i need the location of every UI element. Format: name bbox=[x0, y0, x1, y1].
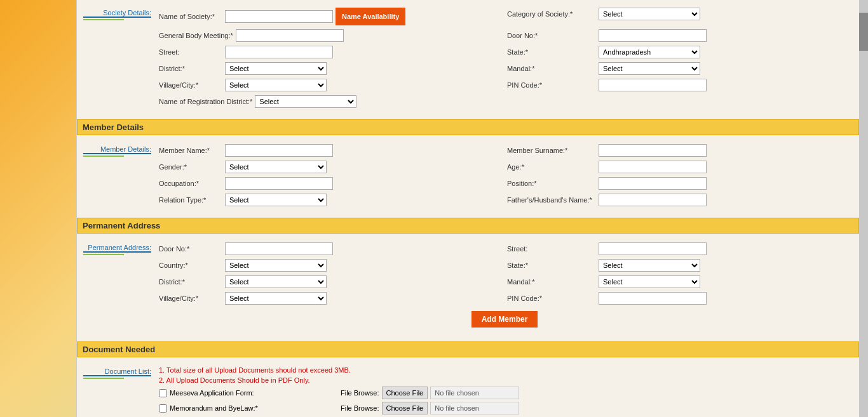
perm-country-select[interactable]: Select bbox=[225, 259, 327, 272]
add-member-row: Add Member bbox=[159, 308, 850, 330]
door-no-input[interactable] bbox=[599, 29, 707, 42]
name-availability-button[interactable]: Name Availability bbox=[336, 8, 405, 25]
permanent-address-label-col: Permanent Address: bbox=[83, 241, 156, 335]
pin-code-label: PIN Code:* bbox=[507, 81, 596, 89]
reg-district-select[interactable]: Select bbox=[255, 95, 356, 108]
perm-street-label: Street: bbox=[507, 245, 596, 253]
meeseva-file-browse-label: File Browse: bbox=[341, 389, 379, 397]
permanent-address-fields: Door No:* Street: Country:* bbox=[156, 241, 853, 335]
perm-door-no-input[interactable] bbox=[225, 242, 333, 255]
member-name-label: Member Name:* bbox=[159, 147, 222, 154]
memorandum-no-file: No file chosen bbox=[430, 402, 519, 414]
name-of-society-group: Name of Society:* Name Availability bbox=[159, 8, 502, 25]
mandal-group: Mandal:* Select bbox=[507, 62, 850, 75]
permanent-address-section: Permanent Address: Door No:* Street: bbox=[77, 235, 859, 341]
memorandum-label: Memorandum and ByeLaw:* bbox=[170, 404, 258, 412]
name-of-society-input[interactable] bbox=[225, 10, 333, 23]
perm-district-label: District:* bbox=[159, 278, 222, 286]
occupation-label: Occupation:* bbox=[159, 180, 222, 187]
scrollbar[interactable] bbox=[859, 0, 868, 417]
add-member-button[interactable]: Add Member bbox=[471, 311, 538, 328]
gender-select[interactable]: Select bbox=[225, 161, 327, 173]
perm-door-no-group: Door No:* bbox=[159, 242, 502, 255]
society-details-fields: Name of Society:* Name Availability Cate… bbox=[156, 6, 853, 113]
state-select[interactable]: Andhrapradesh bbox=[599, 46, 700, 58]
member-details-label-col: Member Details: bbox=[83, 143, 156, 211]
memorandum-file-browse-label: File Browse: bbox=[341, 404, 379, 412]
perm-pin-group: PIN Code:* bbox=[507, 292, 850, 305]
permanent-address-header: Permanent Address bbox=[77, 218, 859, 234]
fathers-name-input[interactable] bbox=[599, 194, 707, 206]
society-details-label-col: Society Details: bbox=[83, 6, 156, 113]
perm-village-select[interactable]: Select bbox=[225, 292, 327, 305]
meeseva-checkbox[interactable] bbox=[159, 389, 167, 397]
member-details-label: Member Details: bbox=[83, 145, 151, 153]
doc-row-memorandum: Memorandum and ByeLaw:* File Browse: Cho… bbox=[159, 402, 850, 414]
member-name-group: Member Name:* bbox=[159, 144, 502, 157]
age-input[interactable] bbox=[599, 161, 707, 173]
perm-state-select[interactable]: Select bbox=[599, 259, 700, 272]
fathers-name-group: Father's/Husband's Name:* bbox=[507, 194, 850, 206]
general-body-group: General Body Meeting:* bbox=[159, 29, 502, 42]
member-name-input[interactable] bbox=[225, 144, 333, 157]
street-state-row: Street: State:* Andhrapradesh bbox=[159, 46, 850, 58]
district-label: District:* bbox=[159, 65, 222, 72]
doc-note-1: 1. Total size of all Upload Documents sh… bbox=[159, 366, 850, 374]
perm-door-street-row: Door No:* Street: bbox=[159, 242, 850, 255]
memorandum-file-group: File Browse: Choose File No file chosen bbox=[341, 402, 519, 414]
relation-father-row: Relation Type:* Select Father's/Husband'… bbox=[159, 194, 850, 206]
member-details-fields: Member Name:* Member Surname:* Gender:* bbox=[156, 143, 853, 211]
reg-district-group: Name of Registration District:* Select bbox=[159, 95, 850, 108]
scrollbar-thumb[interactable] bbox=[859, 13, 868, 51]
meeseva-file-group: File Browse: Choose File No file chosen bbox=[341, 387, 519, 399]
perm-mandal-group: Mandal:* Select bbox=[507, 275, 850, 288]
name-of-society-row: Name of Society:* Name Availability Cate… bbox=[159, 8, 850, 25]
member-surname-input[interactable] bbox=[599, 144, 707, 157]
relation-type-select[interactable]: Select bbox=[225, 194, 327, 206]
village-label: Village/City:* bbox=[159, 81, 222, 89]
meeseva-no-file: No file chosen bbox=[430, 387, 519, 399]
memorandum-checkbox[interactable] bbox=[159, 404, 167, 413]
state-label: State:* bbox=[507, 48, 596, 56]
perm-street-input[interactable] bbox=[599, 242, 707, 255]
district-select[interactable]: Select bbox=[225, 62, 327, 75]
meeseva-choose-file-button[interactable]: Choose File bbox=[382, 387, 428, 399]
door-no-label: Door No:* bbox=[507, 32, 596, 39]
document-fields: 1. Total size of all Upload Documents sh… bbox=[156, 365, 853, 417]
member-name-row: Member Name:* Member Surname:* bbox=[159, 144, 850, 157]
reg-district-label: Name of Registration District:* bbox=[159, 98, 252, 105]
age-group: Age:* bbox=[507, 161, 850, 173]
permanent-address-label: Permanent Address: bbox=[83, 244, 151, 251]
village-select[interactable]: Select bbox=[225, 79, 327, 91]
perm-village-group: Village/City:* Select bbox=[159, 292, 502, 305]
name-of-society-label: Name of Society:* bbox=[159, 13, 222, 20]
perm-mandal-select[interactable]: Select bbox=[599, 275, 700, 288]
general-body-door-row: General Body Meeting:* Door No:* bbox=[159, 29, 850, 42]
perm-country-label: Country:* bbox=[159, 261, 222, 269]
street-group: Street: bbox=[159, 46, 502, 58]
district-mandal-row: District:* Select Mandal:* Select bbox=[159, 62, 850, 75]
perm-mandal-label: Mandal:* bbox=[507, 278, 596, 286]
category-of-society-select[interactable]: Select bbox=[599, 8, 700, 20]
perm-pin-label: PIN Code:* bbox=[507, 295, 596, 302]
doc-row-meeseva: Meeseva Application Form: File Browse: C… bbox=[159, 387, 850, 399]
perm-state-group: State:* Select bbox=[507, 259, 850, 272]
occupation-group: Occupation:* bbox=[159, 177, 502, 190]
general-body-label: General Body Meeting:* bbox=[159, 32, 233, 39]
pin-code-input[interactable] bbox=[599, 79, 707, 91]
memorandum-choose-file-button[interactable]: Choose File bbox=[382, 402, 428, 414]
society-details-label: Society Details: bbox=[83, 9, 151, 17]
general-body-input[interactable] bbox=[236, 29, 344, 42]
perm-district-select[interactable]: Select bbox=[225, 275, 327, 288]
occupation-input[interactable] bbox=[225, 177, 333, 190]
district-group: District:* Select bbox=[159, 62, 502, 75]
meeseva-checkbox-label[interactable]: Meeseva Application Form: bbox=[159, 389, 337, 397]
position-input[interactable] bbox=[599, 177, 707, 190]
document-needed-header: Document Needed bbox=[77, 341, 859, 357]
memorandum-checkbox-label[interactable]: Memorandum and ByeLaw:* bbox=[159, 404, 337, 413]
member-details-header: Member Details bbox=[77, 119, 859, 135]
fathers-name-label: Father's/Husband's Name:* bbox=[507, 196, 596, 204]
street-input[interactable] bbox=[225, 46, 333, 58]
perm-pin-input[interactable] bbox=[599, 292, 707, 305]
mandal-select[interactable]: Select bbox=[599, 62, 700, 75]
